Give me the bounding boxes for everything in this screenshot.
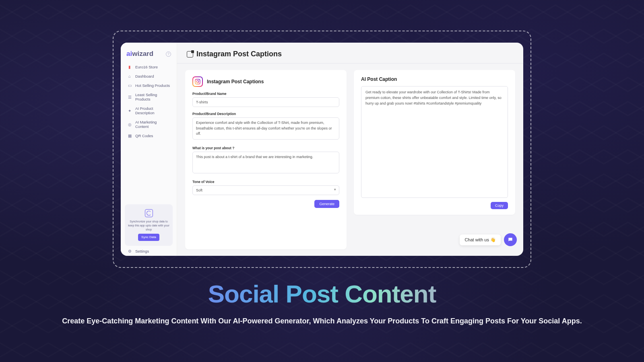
hero-title: Social Post Content — [0, 280, 644, 308]
help-icon[interactable]: ? — [166, 51, 171, 57]
sidebar-item-label: AI Product Description — [135, 106, 170, 115]
sidebar-item-label: Dashboard — [135, 74, 154, 78]
target-icon: ◎ — [127, 122, 132, 127]
sidebar-settings-label: Settings — [135, 249, 149, 253]
sync-icon — [145, 209, 153, 217]
copy-button[interactable]: Copy — [491, 202, 508, 209]
sidebar-settings[interactable]: ⚙ Settings — [125, 246, 173, 256]
sync-card: Synchronize your shop data to keep this … — [125, 204, 173, 246]
main: Instagram Post Captions Instagram Post C… — [177, 43, 523, 256]
chat-label[interactable]: Chat with us 👋 — [460, 234, 501, 245]
sidebar-store[interactable]: ▮ Euro16 Store — [125, 63, 173, 71]
list-icon: ☰ — [127, 95, 132, 99]
sidebar: aiwizard ? ▮ Euro16 Store ⌂ Dashboard ▭ … — [121, 43, 177, 256]
generate-button[interactable]: Generate — [314, 200, 339, 208]
sidebar-item-dashboard[interactable]: ⌂ Dashboard — [125, 72, 173, 80]
product-desc-label: Product/Brand Description — [192, 112, 339, 116]
logo-ai: ai — [126, 50, 132, 58]
svg-rect-0 — [195, 79, 200, 84]
form-title: Instagram Post Captions — [207, 79, 264, 84]
sidebar-item-label: QR Codes — [135, 134, 153, 138]
tone-label: Tone of Voice — [192, 180, 339, 184]
card-icon: ▭ — [127, 83, 132, 88]
sidebar-store-label: Euro16 Store — [135, 65, 158, 69]
post-about-label: What is your post about ? — [192, 146, 339, 150]
form-header: Instagram Post Captions — [192, 76, 339, 87]
sidebar-item-label: Least Selling Products — [135, 93, 170, 101]
content-row: Instagram Post Captions Product/Brand Na… — [177, 64, 523, 256]
output-text: Get ready to elevate your wardrobe with … — [361, 86, 508, 198]
field-product-name: Product/Brand Name — [192, 92, 339, 107]
sync-data-button[interactable]: Sync Data — [138, 234, 159, 241]
page-header: Instagram Post Captions — [177, 43, 523, 64]
sidebar-item-ai-marketing-content[interactable]: ◎ AI Marketing Content — [125, 118, 173, 131]
qr-icon: ▦ — [127, 134, 132, 138]
field-post-about: What is your post about ? — [192, 146, 339, 175]
nav: ▮ Euro16 Store ⌂ Dashboard ▭ Hot Selling… — [125, 63, 173, 140]
form-card: Instagram Post Captions Product/Brand Na… — [185, 70, 347, 249]
sidebar-item-least-selling[interactable]: ☰ Least Selling Products — [125, 90, 173, 103]
product-name-label: Product/Brand Name — [192, 92, 339, 96]
product-desc-input[interactable] — [192, 117, 339, 140]
post-about-input[interactable] — [192, 152, 339, 174]
sidebar-item-label: AI Marketing Content — [135, 120, 170, 129]
sidebar-item-ai-product-description[interactable]: ✦ AI Product Description — [125, 104, 173, 117]
spark-icon: ✦ — [127, 109, 132, 113]
home-icon: ⌂ — [127, 74, 132, 78]
chat-widget: Chat with us 👋 — [460, 233, 517, 246]
gear-icon: ⚙ — [127, 249, 132, 253]
field-tone: Tone of Voice — [192, 180, 339, 195]
sidebar-item-label: Hot Selling Products — [135, 83, 170, 88]
output-title: AI Post Caption — [361, 76, 508, 82]
field-product-description: Product/Brand Description — [192, 112, 339, 141]
hero-subtitle: Create Eye-Catching Marketing Content Wi… — [0, 317, 644, 325]
svg-point-2 — [199, 80, 199, 80]
page-title: Instagram Post Captions — [196, 50, 282, 58]
tone-select[interactable] — [192, 185, 339, 195]
output-card: AI Post Caption Get ready to elevate you… — [354, 70, 515, 215]
chat-fab[interactable] — [504, 233, 517, 246]
logo-wizard: wizard — [132, 50, 153, 58]
product-name-input[interactable] — [192, 97, 339, 107]
svg-point-1 — [196, 80, 198, 82]
app-window: aiwizard ? ▮ Euro16 Store ⌂ Dashboard ▭ … — [121, 43, 523, 256]
store-icon: ▮ — [127, 65, 132, 69]
sidebar-item-qr-codes[interactable]: ▦ QR Codes — [125, 132, 173, 140]
sidebar-item-hot-selling[interactable]: ▭ Hot Selling Products — [125, 81, 173, 90]
logo: aiwizard ? — [125, 47, 173, 63]
sync-text: Synchronize your shop data to keep this … — [128, 220, 169, 231]
instagram-icon — [192, 76, 203, 87]
caption-icon — [187, 51, 193, 58]
